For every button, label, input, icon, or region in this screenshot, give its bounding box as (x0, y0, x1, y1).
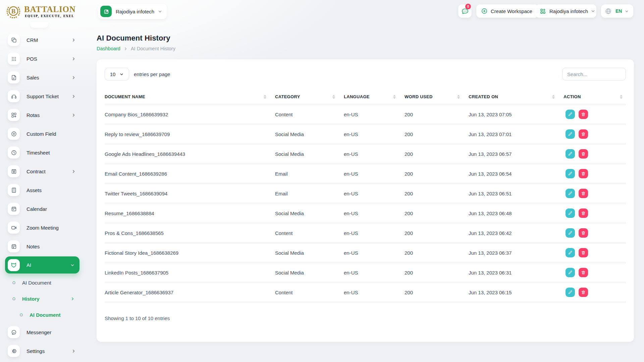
column-header-action[interactable]: ACTION (564, 90, 626, 104)
trash-icon (581, 152, 586, 156)
ai-icon (8, 259, 20, 271)
chevron-right-icon (71, 75, 76, 80)
table-row: Fictional Story Idea_1686638269 Social M… (105, 244, 626, 263)
chevron-right-icon (70, 297, 75, 301)
edit-button[interactable] (566, 208, 575, 218)
workspace-dropdown[interactable]: Rajodiya infotech (535, 4, 596, 18)
sidebar-item-settings[interactable]: Settings (0, 342, 80, 360)
sidebar-item-assets[interactable]: Assets (0, 181, 80, 199)
sidebar-subitem-history[interactable]: History (0, 291, 80, 307)
language-selector[interactable]: EN (601, 4, 633, 18)
workspace-grid-icon (540, 8, 546, 14)
edit-button[interactable] (566, 288, 575, 297)
sidebar-item-crm[interactable]: CRM (0, 31, 80, 49)
messages-button[interactable]: 0 (458, 4, 472, 18)
edit-button[interactable] (566, 129, 575, 139)
sidebar-item-calendar[interactable]: Calendar (0, 199, 80, 218)
sidebar-item-zoom-meeting[interactable]: Zoom Meeting (0, 218, 80, 237)
trash-icon (581, 171, 586, 176)
cell-document-name: Company Bios_1686639932 (105, 112, 275, 117)
table-row: LinkedIn Posts_1686637905 Social Media e… (105, 263, 626, 283)
workspace-selector[interactable]: Rajodiya infotech (98, 4, 167, 19)
delete-button[interactable] (579, 248, 588, 257)
trash-icon (581, 231, 586, 235)
edit-button[interactable] (566, 248, 575, 257)
pencil-icon (568, 250, 573, 255)
search-input[interactable] (562, 68, 626, 80)
sidebar-item-contract[interactable]: Contract (0, 162, 80, 181)
cell-word-used: 200 (405, 270, 469, 276)
crm-icon (8, 34, 20, 46)
edit-button[interactable] (566, 228, 575, 238)
sidebar-item-rotas[interactable]: Rotas (0, 106, 80, 124)
chevron-right-icon (71, 349, 76, 353)
cell-created-on: Jun 13, 2023 06:42 (469, 230, 564, 236)
sidebar-subitem-label: History (22, 296, 70, 302)
bullet-icon (12, 297, 15, 300)
column-header-language[interactable]: LANGUAGE (344, 90, 405, 104)
breadcrumb-dashboard-link[interactable]: Dashboard (97, 46, 120, 51)
column-header-label: CATEGORY (275, 94, 300, 99)
contract-icon (8, 165, 20, 177)
chevron-down-icon (591, 9, 595, 13)
column-header-word-used[interactable]: WORD USED (405, 90, 469, 104)
edit-button[interactable] (566, 110, 575, 119)
cell-document-name: Resume_1686638884 (105, 210, 275, 216)
cell-created-on: Jun 13, 2023 06:37 (469, 250, 564, 256)
cell-document-name: Pros & Cons_1686638565 (105, 230, 275, 236)
pencil-icon (568, 270, 573, 275)
sidebar-subitem-ai-document[interactable]: AI Document (0, 275, 80, 291)
pencil-icon (568, 132, 573, 136)
timesheet-icon (8, 146, 20, 159)
cell-language: en-US (344, 171, 405, 177)
sidebar-item-notes[interactable]: Notes (0, 237, 80, 256)
delete-button[interactable] (579, 288, 588, 297)
edit-button[interactable] (566, 268, 575, 277)
cell-document-name: Twitter Tweets_1686639094 (105, 191, 275, 196)
edit-button[interactable] (566, 169, 575, 178)
sidebar-item-sales[interactable]: Sales (0, 68, 80, 87)
column-header-category[interactable]: CATEGORY (275, 90, 344, 104)
sidebar-item-pos[interactable]: POS (0, 49, 80, 68)
cell-document-name: Fictional Story Idea_1686638269 (105, 250, 275, 256)
sidebar-item-timesheet[interactable]: Timesheet (0, 143, 80, 162)
delete-button[interactable] (579, 228, 588, 238)
sidebar-subitem-ai-document[interactable]: AI Document (0, 307, 80, 323)
pencil-icon (568, 191, 573, 196)
sidebar-item-custom-field[interactable]: Custom Field (0, 124, 80, 143)
edit-button[interactable] (566, 149, 575, 159)
sidebar-item-support-ticket[interactable]: Support Ticket (0, 87, 80, 106)
delete-button[interactable] (579, 189, 588, 198)
delete-button[interactable] (579, 110, 588, 119)
delete-button[interactable] (579, 169, 588, 178)
delete-button[interactable] (579, 268, 588, 277)
sidebar-subitem-label: AI Document (22, 280, 75, 286)
edit-button[interactable] (566, 189, 575, 198)
pos-icon (8, 53, 20, 65)
entries-per-page-label: entries per page (134, 71, 170, 77)
support-ticket-icon (8, 90, 20, 102)
chevron-right-icon (71, 57, 76, 61)
entries-per-page-select[interactable]: 10 (105, 68, 129, 80)
sidebar-item-ai[interactable]: AI (5, 256, 79, 274)
cell-actions (564, 189, 626, 198)
trash-icon (581, 270, 586, 275)
entries-per-page-value: 10 (110, 71, 116, 77)
cell-word-used: 200 (405, 112, 469, 117)
sidebar-item-messenger[interactable]: Messenger (0, 323, 80, 342)
create-workspace-button[interactable]: Create Workspace (476, 4, 538, 18)
brand-logo: B BATTALION EQUIP, EXECUTE, EXEL (5, 3, 76, 19)
calendar-icon (8, 203, 20, 215)
delete-button[interactable] (579, 129, 588, 139)
column-header-created-on[interactable]: CREATED ON (469, 90, 564, 104)
cell-language: en-US (344, 151, 405, 157)
settings-icon (8, 345, 20, 357)
delete-button[interactable] (579, 208, 588, 218)
table-row: Email Content_1686639286 Email en-US 200… (105, 165, 626, 184)
custom-field-icon (8, 128, 20, 140)
delete-button[interactable] (579, 149, 588, 159)
cell-language: en-US (344, 112, 405, 117)
cell-category: Email (275, 171, 344, 177)
column-header-document-name[interactable]: DOCUMENT NAME (105, 90, 275, 104)
pencil-icon (568, 171, 573, 176)
